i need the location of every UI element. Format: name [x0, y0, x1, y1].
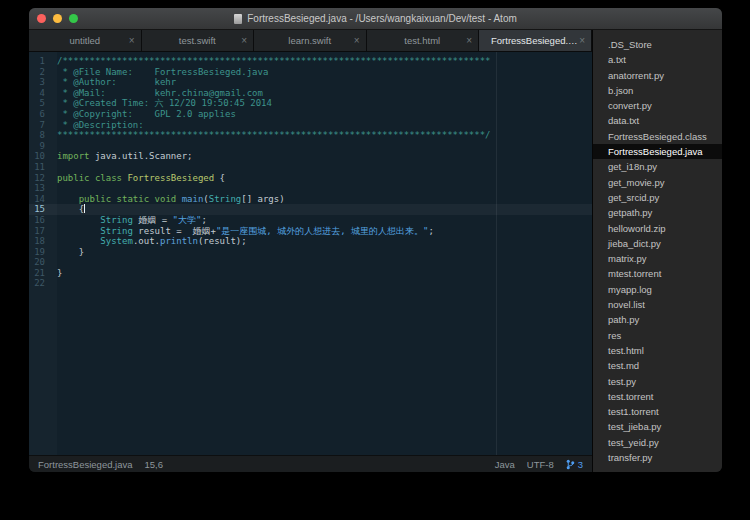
tree-item-get_srcid.py[interactable]: get_srcid.py — [593, 190, 722, 205]
atom-window: FortressBesieged.java - /Users/wangkaixu… — [29, 8, 722, 472]
tree-item-novel.list[interactable]: novel.list — [593, 297, 722, 312]
tree-item-data.txt[interactable]: data.txt — [593, 113, 722, 128]
tree-item-get_i18n.py[interactable]: get_i18n.py — [593, 159, 722, 174]
tab-label: FortressBesieged.java — [479, 35, 591, 46]
tab-test.swift[interactable]: test.swift× — [142, 30, 255, 51]
line-number: 18 — [29, 236, 51, 247]
line-number: 13 — [29, 183, 51, 194]
tab-learn.swift[interactable]: learn.swift× — [254, 30, 367, 51]
line-text — [51, 278, 592, 289]
code-line-15[interactable]: 15 { — [29, 204, 592, 215]
code-line-7[interactable]: 7 * @Description: — [29, 120, 592, 131]
code-line-2[interactable]: 2 * @File Name: FortressBesieged.java — [29, 67, 592, 78]
line-number: 2 — [29, 67, 51, 78]
line-text: public class FortressBesieged { — [51, 173, 592, 184]
line-number: 4 — [29, 88, 51, 99]
line-text: } — [51, 247, 592, 258]
tree-item-FortressBesieged.class[interactable]: FortressBesieged.class — [593, 129, 722, 144]
line-number: 17 — [29, 226, 51, 237]
code-line-16[interactable]: 16 String 婚姻 = "大学"; — [29, 215, 592, 226]
line-number: 10 — [29, 151, 51, 162]
window-content: untitled×test.swift×learn.swift×test.htm… — [29, 30, 722, 472]
minimize-window-button[interactable] — [53, 14, 62, 23]
code-lines: 1/**************************************… — [29, 52, 592, 289]
tree-item-b.json[interactable]: b.json — [593, 83, 722, 98]
document-icon — [234, 14, 242, 24]
tab-untitled[interactable]: untitled× — [29, 30, 142, 51]
close-window-button[interactable] — [37, 14, 46, 23]
code-line-14[interactable]: 14 public static void main(String[] args… — [29, 194, 592, 205]
tree-item-anatorrent.py[interactable]: anatorrent.py — [593, 68, 722, 83]
tab-label: untitled — [57, 35, 112, 46]
line-text: import java.util.Scanner; — [51, 151, 592, 162]
code-line-12[interactable]: 12public class FortressBesieged { — [29, 173, 592, 184]
code-line-20[interactable]: 20 — [29, 257, 592, 268]
line-text — [51, 183, 592, 194]
tree-item-myapp.log[interactable]: myapp.log — [593, 282, 722, 297]
code-line-6[interactable]: 6 * @Copyright: GPL 2.0 applies — [29, 109, 592, 120]
line-number: 1 — [29, 56, 51, 67]
code-line-19[interactable]: 19 } — [29, 247, 592, 258]
tree-item-FortressBesieged.java[interactable]: FortressBesieged.java — [593, 144, 722, 159]
tree-item-a.txt[interactable]: a.txt — [593, 52, 722, 67]
tree-item-convert.py[interactable]: convert.py — [593, 98, 722, 113]
tree-item-test_yeid.py[interactable]: test_yeid.py — [593, 435, 722, 450]
git-status[interactable]: 3 — [566, 459, 583, 470]
line-number: 12 — [29, 173, 51, 184]
code-line-13[interactable]: 13 — [29, 183, 592, 194]
zoom-window-button[interactable] — [69, 14, 78, 23]
tree-item-path.py[interactable]: path.py — [593, 312, 722, 327]
code-line-21[interactable]: 21} — [29, 268, 592, 279]
line-text: { — [51, 204, 592, 215]
tree-item-jieba_dict.py[interactable]: jieba_dict.py — [593, 236, 722, 251]
git-branch-icon — [566, 459, 575, 470]
code-line-17[interactable]: 17 String result = 婚姻+"是一座围城, 城外的人想进去, 城… — [29, 226, 592, 237]
tree-item-transfer.py[interactable]: transfer.py — [593, 450, 722, 465]
tree-item-matrix.py[interactable]: matrix.py — [593, 251, 722, 266]
tree-item-test.html[interactable]: test.html — [593, 343, 722, 358]
code-line-10[interactable]: 10import java.util.Scanner; — [29, 151, 592, 162]
file-tree: .DS_Storea.txtanatorrent.pyb.jsonconvert… — [592, 30, 722, 472]
code-line-1[interactable]: 1/**************************************… — [29, 56, 592, 67]
tree-item-getpath.py[interactable]: getpath.py — [593, 205, 722, 220]
code-line-9[interactable]: 9 — [29, 141, 592, 152]
tree-item-test.md[interactable]: test.md — [593, 358, 722, 373]
tree-item-res[interactable]: res — [593, 328, 722, 343]
code-line-22[interactable]: 22 — [29, 278, 592, 289]
title-bar[interactable]: FortressBesieged.java - /Users/wangkaixu… — [29, 8, 722, 30]
tree-item-test.py[interactable]: test.py — [593, 374, 722, 389]
tab-close-icon[interactable]: × — [241, 35, 247, 46]
tab-close-icon[interactable]: × — [466, 35, 472, 46]
code-line-4[interactable]: 4 * @Mail: kehr.china@gmail.com — [29, 88, 592, 99]
line-text — [51, 141, 592, 152]
code-line-5[interactable]: 5 * @Created Time: 六 12/20 19:50:45 2014 — [29, 98, 592, 109]
tree-item-test.torrent[interactable]: test.torrent — [593, 389, 722, 404]
tab-close-icon[interactable]: × — [579, 35, 585, 46]
tab-close-icon[interactable]: × — [354, 35, 360, 46]
tab-close-icon[interactable]: × — [129, 35, 135, 46]
text-editor[interactable]: 1/**************************************… — [29, 52, 592, 455]
code-line-8[interactable]: 8***************************************… — [29, 130, 592, 141]
status-cursor-position[interactable]: 15,6 — [145, 459, 164, 470]
code-line-18[interactable]: 18 System.out.println(result); — [29, 236, 592, 247]
tree-item-get_movie.py[interactable]: get_movie.py — [593, 175, 722, 190]
git-change-count: 3 — [578, 459, 583, 470]
line-text: public static void main(String[] args) — [51, 194, 592, 205]
tab-FortressBesieged.java[interactable]: FortressBesieged.java× — [479, 30, 592, 51]
tree-item-helloworld.zip[interactable]: helloworld.zip — [593, 221, 722, 236]
tree-item-test_jieba.py[interactable]: test_jieba.py — [593, 419, 722, 434]
window-title: FortressBesieged.java - /Users/wangkaixu… — [247, 13, 517, 24]
status-grammar[interactable]: Java — [495, 459, 515, 470]
tab-label: test.swift — [167, 35, 228, 46]
line-text: * @Author: kehr — [51, 77, 592, 88]
code-line-3[interactable]: 3 * @Author: kehr — [29, 77, 592, 88]
code-line-11[interactable]: 11 — [29, 162, 592, 173]
status-encoding[interactable]: UTF-8 — [527, 459, 554, 470]
tree-item-mtest.torrent[interactable]: mtest.torrent — [593, 266, 722, 281]
tab-test.html[interactable]: test.html× — [367, 30, 480, 51]
line-text: /***************************************… — [51, 56, 592, 67]
tree-item-.DS_Store[interactable]: .DS_Store — [593, 37, 722, 52]
line-text: * @Created Time: 六 12/20 19:50:45 2014 — [51, 98, 592, 109]
tree-item-test1.torrent[interactable]: test1.torrent — [593, 404, 722, 419]
line-text: * @Mail: kehr.china@gmail.com — [51, 88, 592, 99]
